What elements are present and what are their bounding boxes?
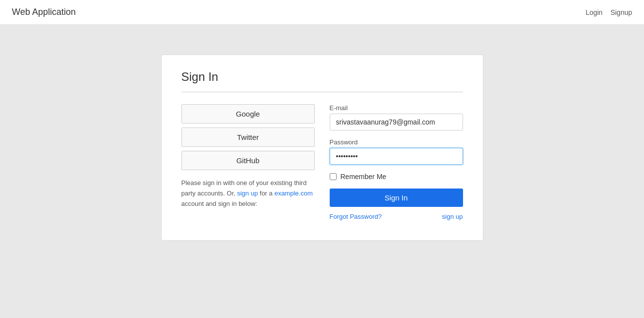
remember-me-label[interactable]: Remember Me <box>341 173 387 181</box>
signin-footer: Forgot Password? sign up <box>330 213 463 220</box>
left-column: Google Twitter GitHub Please sign in wit… <box>181 104 315 220</box>
description-text-3: account and sign in below: <box>181 200 257 207</box>
remember-me-checkbox[interactable] <box>330 173 337 180</box>
password-label: Password <box>330 138 463 146</box>
signin-button[interactable]: Sign In <box>330 189 463 207</box>
signin-card: Sign In Google Twitter GitHub Please sig… <box>161 55 483 241</box>
signup-link-nav[interactable]: Signup <box>610 8 632 16</box>
remember-me-row: Remember Me <box>330 173 463 181</box>
app-brand: Web Application <box>12 7 76 17</box>
twitter-oauth-button[interactable]: Twitter <box>181 127 315 147</box>
signin-description: Please sign in with one of your existing… <box>181 178 315 209</box>
forgot-password-link[interactable]: Forgot Password? <box>330 213 382 220</box>
description-text-2: for a <box>260 190 275 197</box>
login-link[interactable]: Login <box>585 8 602 16</box>
github-oauth-button[interactable]: GitHub <box>181 151 315 170</box>
signin-title: Sign In <box>181 70 463 84</box>
email-label: E-mail <box>330 104 463 112</box>
right-column: E-mail Password Remember Me Sign In Forg… <box>330 104 463 220</box>
navbar: Web Application Login Signup <box>0 0 644 25</box>
signup-link-footer[interactable]: sign up <box>442 213 463 220</box>
email-input[interactable] <box>330 114 463 130</box>
google-oauth-button[interactable]: Google <box>181 104 315 124</box>
signin-columns: Google Twitter GitHub Please sign in wit… <box>181 104 463 220</box>
description-site-link[interactable]: example.com <box>274 190 312 197</box>
password-input[interactable] <box>330 148 463 165</box>
navbar-links: Login Signup <box>585 8 632 16</box>
page-body: Sign In Google Twitter GitHub Please sig… <box>0 25 644 270</box>
description-signup-link[interactable]: sign up <box>237 190 258 197</box>
signin-divider <box>181 92 463 92</box>
